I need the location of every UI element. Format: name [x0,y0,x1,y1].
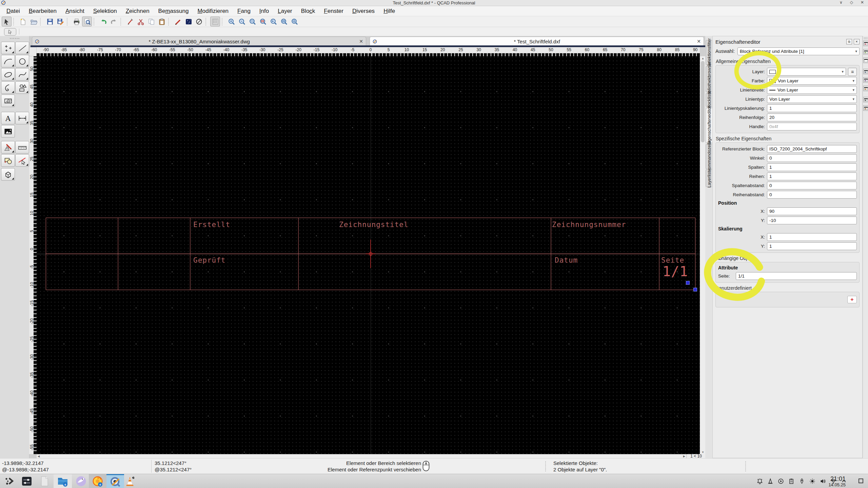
dock-empty-toggle[interactable] [863,58,868,63]
dock-property-editor-toggle[interactable] [863,41,868,46]
drawing-preferences-button[interactable] [173,17,183,26]
tab-test-schriftfeld-dxf[interactable]: * Test_Schriftfeld.dxf ✕ [370,37,704,46]
selection-handle[interactable] [694,288,697,291]
tab-ammoniakwasser-dwg[interactable]: * Z-BE13-xx_B13080_Ammoniakwasser.dwg ✕ [32,37,366,46]
float-panel-icon[interactable]: ⧉ [846,39,852,44]
layer-menu-button[interactable]: ≡ [848,68,857,76]
paste-button[interactable] [157,17,166,26]
launcher-icon[interactable] [799,478,805,484]
previous-view-button[interactable] [269,17,278,26]
app-launcher-icon[interactable] [4,475,16,487]
menu-datei[interactable]: Datei [2,8,24,15]
property-input[interactable]: 1 [767,163,857,171]
dock-tab-blockliste[interactable]: Blockliste [706,93,712,107]
scrollbar-thumb[interactable] [701,61,705,142]
auto-zoom-button[interactable] [248,17,257,26]
property-input[interactable]: 1/1 [736,272,857,280]
property-combo[interactable]: Von Layer▾ [767,77,857,85]
property-input[interactable]: -10 [767,217,857,224]
tab-close-icon[interactable]: ✕ [697,39,701,44]
property-input[interactable]: 1 [767,172,857,180]
modify-tool-button[interactable] [15,154,29,167]
property-input[interactable]: 20 [767,114,857,121]
palette-drag-handle[interactable] [9,38,20,40]
menu-ansicht[interactable]: Ansicht [61,8,89,15]
pan-button[interactable] [290,17,299,26]
selection-handle[interactable] [686,281,689,284]
property-combo[interactable]: 0▾ [767,68,846,76]
qcad-task-active[interactable] [106,474,124,488]
falkon-browser-icon[interactable] [75,475,87,487]
add-property-button[interactable]: + [847,296,857,303]
spline-tool-button[interactable] [15,68,29,81]
property-input[interactable]: 1 [767,104,857,112]
selection-combo[interactable]: Block Referenz und Attribute [1] ▾ [737,47,860,55]
zoom-to-selection-button[interactable] [258,17,268,26]
property-combo[interactable]: Von Layer▾ [767,86,857,94]
notifications-icon[interactable] [757,478,763,484]
circle-tool-button[interactable] [15,55,29,67]
save-file-as-button[interactable] [55,17,65,26]
menu-modifizieren[interactable]: Modifizieren [193,8,233,15]
dock-library-browser-toggle[interactable] [863,49,868,55]
brightness-icon[interactable] [809,478,815,484]
menu-info[interactable]: Info [255,8,273,15]
save-file-button[interactable] [45,17,55,26]
no-fill-button[interactable] [194,17,204,26]
redo-button[interactable] [109,17,119,26]
arc-tool-button[interactable] [1,55,15,67]
file-manager-task[interactable]: + [54,474,72,488]
print-preview-button[interactable] [82,17,92,26]
vertical-scrollbar[interactable]: ▲ ▼ [700,56,705,454]
zoom-out-button[interactable] [237,17,247,26]
firefox-task[interactable]: + [89,474,106,488]
cad-tools-button[interactable] [1,141,15,154]
menu-hilfe[interactable]: Hilfe [379,8,399,15]
select-tool-button[interactable] [2,17,12,26]
grid-toggle-button[interactable] [210,17,220,26]
menu-block[interactable]: Block [297,8,320,15]
measure-tool-button[interactable] [15,141,29,154]
property-input[interactable]: 90 [767,207,857,215]
property-input[interactable]: 0 [767,191,857,199]
menu-bemassung[interactable]: Bemassung [154,8,193,15]
property-input[interactable]: 0 [767,182,857,189]
scroll-right-icon[interactable]: ▶ [683,455,685,458]
property-input[interactable]: ISO_7200_2004_Schriftkopf [767,145,857,153]
dock-tab-layerliste[interactable]: Layerliste [706,169,712,187]
menu-bearbeiten[interactable]: Bearbeiten [24,8,61,15]
menu-fang[interactable]: Fang [233,8,255,15]
dimension-tool-button[interactable] [15,112,29,124]
cut-button[interactable] [136,17,145,26]
menu-layer[interactable]: Layer [273,8,297,15]
volume-icon[interactable] [820,478,826,484]
maximize-button[interactable]: ◇ [850,0,853,5]
media-player-icon[interactable] [778,478,784,484]
print-button[interactable] [72,17,81,26]
property-input[interactable]: 0 [767,154,857,162]
open-file-button[interactable] [28,17,38,26]
menu-selektion[interactable]: Selektion [89,8,121,15]
menu-zeichnen[interactable]: Zeichnen [121,8,154,15]
line-tool-button[interactable] [15,42,29,54]
new-file-button[interactable] [18,17,28,26]
property-input[interactable]: 1 [767,242,857,250]
show-desktop-button[interactable] [859,479,863,483]
drawing-canvas[interactable]: ErstelltZeichnungstitelZeichnungsnummerG… [37,56,700,454]
block-tool-button[interactable] [1,154,15,167]
close-panel-icon[interactable]: ✕ [854,39,860,44]
hatch-tool-button[interactable] [1,95,15,107]
dock-layer-list-toggle[interactable] [863,69,868,74]
property-combo[interactable]: Von Layer▾ [767,95,857,103]
property-input[interactable]: 1 [767,233,857,241]
shape-tool-button[interactable] [15,81,29,94]
polyline-tool-button[interactable] [1,81,15,94]
dock-tab-eigenschafteneditor[interactable]: Eigenschafteneditor [706,108,712,143]
tab-close-icon[interactable]: ✕ [359,39,363,44]
menu-fenster[interactable]: Fenster [319,8,348,15]
clipboard-manager-icon[interactable] [788,478,794,484]
ellipse-tool-button[interactable] [1,68,15,81]
dock-drag-handle[interactable] [864,37,867,39]
dock-tab-bibliothekbrowser[interactable]: Bibliothekbrowser [706,66,712,92]
clock[interactable]: 21:01 14.05.25 [828,476,846,487]
